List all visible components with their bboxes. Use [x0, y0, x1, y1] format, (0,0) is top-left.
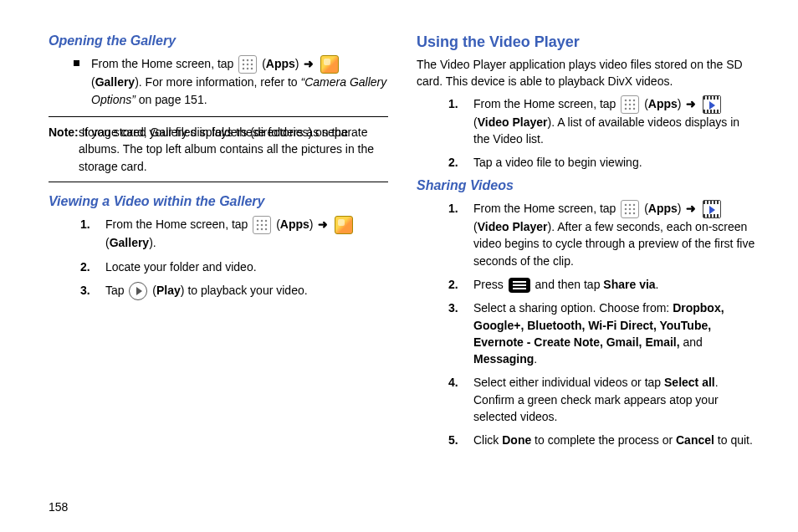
- step-number: 2.: [80, 258, 95, 275]
- apps-label: Apps: [266, 57, 295, 70]
- list-item: 2. Press and then tap Share via.: [448, 276, 756, 293]
- manual-page: Opening the Gallery From the Home screen…: [49, 33, 756, 456]
- list-item: 2. Locate your folder and video.: [80, 258, 388, 275]
- text: From the Home screen, tap: [105, 217, 251, 231]
- step-text: Tap (Play) to playback your video.: [105, 282, 388, 300]
- step-number: 1.: [80, 216, 95, 252]
- left-column: Opening the Gallery From the Home screen…: [49, 33, 388, 456]
- text: Select a sharing option. Choose from:: [473, 301, 673, 315]
- arrow-icon: ➜: [686, 200, 696, 217]
- sharing-steps: 1. From the Home screen, tap (Apps) ➜ (V…: [417, 200, 756, 449]
- video-player-icon: [703, 95, 721, 114]
- arrow-icon: ➜: [318, 216, 328, 233]
- gallery-icon: [320, 55, 339, 74]
- list-item: 1. From the Home screen, tap (Apps) ➜ (G…: [80, 216, 388, 252]
- text: Tap: [105, 284, 127, 297]
- step-text: Tap a video file to begin viewing.: [473, 154, 756, 171]
- text: ) to playback your video.: [181, 284, 308, 297]
- step-number: 2.: [448, 276, 463, 293]
- step-number: 3.: [448, 299, 463, 367]
- text: From the Home screen, tap: [91, 57, 237, 70]
- gallery-label: Gallery: [110, 236, 149, 249]
- step-number: 4.: [448, 374, 463, 425]
- apps-label: Apps: [648, 202, 678, 215]
- cancel-label: Cancel: [676, 433, 714, 447]
- text: .: [656, 278, 659, 291]
- gallery-label: Gallery: [95, 75, 135, 89]
- step-text: Select a sharing option. Choose from: Dr…: [473, 299, 756, 367]
- list-item: 3. Tap (Play) to playback your video.: [80, 282, 388, 300]
- video-player-label: Video Player: [478, 220, 548, 233]
- list-item: 2. Tap a video file to begin viewing.: [448, 154, 756, 171]
- apps-icon: [253, 216, 271, 234]
- text: .: [534, 352, 537, 366]
- step-text: From the Home screen, tap (Apps) ➜ (Vide…: [473, 95, 756, 148]
- apps-label: Apps: [280, 217, 309, 231]
- text: ). For more information, refer to: [135, 75, 300, 89]
- step-number: 1.: [448, 200, 463, 269]
- step-number: 2.: [448, 154, 463, 171]
- bullet-text: From the Home screen, tap (Apps) ➜ (Gall…: [91, 55, 388, 108]
- right-column: Using the Video Player The Video Player …: [417, 33, 756, 456]
- text: Select either individual videos or tap: [473, 376, 664, 389]
- share-option-last: Messaging: [473, 352, 534, 366]
- video-player-steps: 1. From the Home screen, tap (Apps) ➜ (V…: [417, 95, 756, 171]
- text: to complete the process or: [531, 433, 676, 447]
- text: ): [678, 97, 685, 110]
- apps-icon: [621, 200, 639, 218]
- share-via-label: Share via: [603, 278, 655, 291]
- gallery-icon: [335, 216, 353, 234]
- step-number: 1.: [448, 95, 463, 148]
- text: and: [683, 335, 703, 349]
- text: ): [678, 202, 685, 215]
- text: to quit.: [714, 433, 753, 447]
- list-item: 1. From the Home screen, tap (Apps) ➜ (V…: [448, 200, 756, 269]
- text: on page 151.: [136, 93, 207, 106]
- bullet-open-gallery: From the Home screen, tap (Apps) ➜ (Gall…: [49, 55, 388, 108]
- note-label: Note:: [49, 125, 79, 139]
- step-number: 3.: [80, 282, 95, 300]
- apps-icon: [238, 55, 257, 74]
- list-item: 1. From the Home screen, tap (Apps) ➜ (V…: [448, 95, 756, 148]
- step-text: Click Done to complete the process or Ca…: [473, 432, 756, 448]
- step-text: Select either individual videos or tap S…: [473, 374, 756, 425]
- play-label: Play: [156, 284, 181, 297]
- video-player-label: Video Player: [478, 115, 548, 129]
- arrow-icon: ➜: [304, 55, 314, 72]
- step-text: Press and then tap Share via.: [473, 276, 756, 293]
- viewing-steps: 1. From the Home screen, tap (Apps) ➜ (G…: [49, 216, 388, 300]
- text: ).: [149, 236, 156, 249]
- text: ): [309, 217, 317, 231]
- step-text: From the Home screen, tap (Apps) ➜ (Vide…: [473, 200, 756, 269]
- play-icon: [129, 282, 147, 300]
- text: From the Home screen, tap: [473, 97, 619, 110]
- text: Click: [473, 433, 502, 447]
- text: ): [295, 57, 303, 70]
- intro-text: The Video Player application plays video…: [417, 56, 756, 90]
- step-text: From the Home screen, tap (Apps) ➜ (Gall…: [105, 216, 388, 252]
- video-player-icon: [703, 200, 721, 218]
- note-body: storage card, Gallery displays these fol…: [49, 124, 388, 175]
- text: From the Home screen, tap: [473, 202, 619, 215]
- apps-label: Apps: [648, 97, 678, 110]
- step-text: Locate your folder and video.: [105, 258, 388, 275]
- apps-icon: [621, 95, 639, 114]
- menu-icon: [509, 278, 530, 293]
- note-block: Note: If you stored your files in folder…: [49, 116, 388, 182]
- page-number: 158: [49, 500, 68, 514]
- arrow-icon: ➜: [686, 95, 696, 112]
- list-item: 4. Select either individual videos or ta…: [448, 374, 756, 425]
- done-label: Done: [502, 433, 531, 447]
- heading-viewing-video: Viewing a Video within the Gallery: [49, 194, 388, 209]
- heading-using-video-player: Using the Video Player: [417, 33, 756, 51]
- list-item: 3. Select a sharing option. Choose from:…: [448, 299, 756, 367]
- step-number: 5.: [448, 432, 463, 448]
- heading-opening-gallery: Opening the Gallery: [49, 33, 388, 49]
- text: Press: [473, 278, 507, 291]
- select-all-label: Select all: [664, 376, 715, 389]
- list-item: 5. Click Done to complete the process or…: [448, 432, 756, 448]
- heading-sharing-videos: Sharing Videos: [417, 178, 756, 193]
- bullet-square-icon: [74, 60, 79, 66]
- text: and then tap: [535, 278, 604, 291]
